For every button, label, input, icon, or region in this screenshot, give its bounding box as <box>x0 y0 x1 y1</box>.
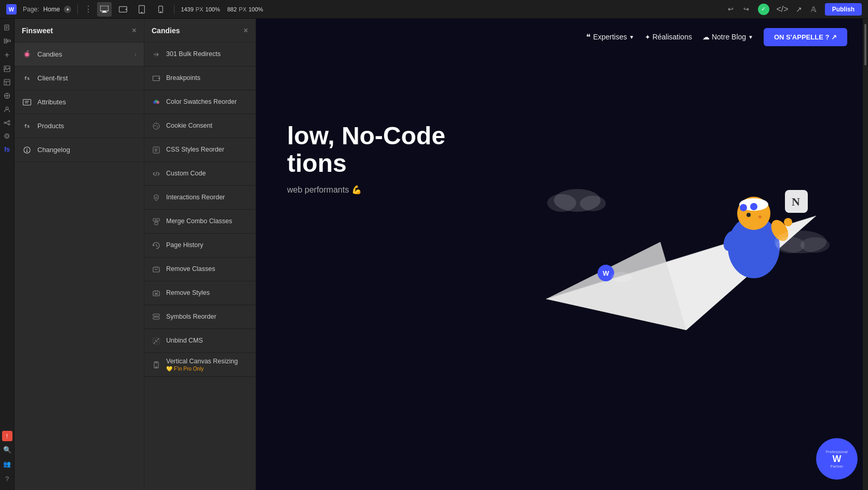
candy-vertical-canvas[interactable]: Vertical Canvas Resizing 💛 F'in Pro Only <box>144 353 255 377</box>
color-swatches-label: Color Swatches Reorder <box>166 98 248 106</box>
error-indicator[interactable]: ! <box>2 431 12 441</box>
svg-point-19 <box>5 66 6 67</box>
color-swatches-icon <box>152 98 161 107</box>
main-layout: + ⚙ fs ! 🔍 👥 ? Finsweet × <box>0 19 868 490</box>
nav-cta-button[interactable]: ON S'APPELLE ? ↗ <box>764 28 847 46</box>
sidebar-item-logic[interactable] <box>1 116 13 129</box>
panel-item-attributes[interactable]: Attributes <box>15 90 144 114</box>
custom-code-icon <box>152 169 161 179</box>
panel-item-changelog[interactable]: Changelog <box>15 138 144 162</box>
css-styles-icon <box>152 145 161 155</box>
share-button[interactable]: ↗ <box>796 5 802 13</box>
sidebar-item-pages[interactable] <box>1 22 13 34</box>
svg-rect-57 <box>155 222 158 225</box>
topbar-separator <box>77 5 78 14</box>
interactions-icon <box>152 193 161 202</box>
sidebar-item-assets[interactable] <box>1 62 13 75</box>
bulk-redirects-label: 301 Bulk Redirects <box>166 50 248 58</box>
candy-symbols-reorder[interactable]: Symbols Reorder <box>144 305 255 329</box>
sidebar-item-settings[interactable]: ⚙ <box>1 130 13 142</box>
pro-only-badge: 💛 F'in Pro Only <box>166 365 248 372</box>
candy-merge-combo[interactable]: Merge Combo Classes <box>144 210 255 234</box>
sidebar-item-apps[interactable]: fs <box>1 143 13 156</box>
svg-point-39 <box>26 151 27 151</box>
mobile-button[interactable] <box>153 2 168 17</box>
candy-custom-code[interactable]: Custom Code <box>144 162 255 186</box>
code-view-button[interactable]: </> <box>774 4 792 15</box>
site-illustration: N W <box>505 50 868 351</box>
candy-breakpoints[interactable]: Breakpoints <box>144 66 255 90</box>
site-preview: ❝ Expertises ▼ ✦ Réalisations ☁ Notre Bl… <box>256 19 868 490</box>
publish-button[interactable]: Publish <box>825 3 862 16</box>
svg-point-47 <box>156 124 157 125</box>
candies-panel-header: Candies × <box>144 19 255 43</box>
finsweet-panel-header: Finsweet × <box>15 19 144 43</box>
nav-realisations: ✦ Réalisations <box>645 33 692 41</box>
hero-subtitle: web performants 💪 <box>287 185 445 195</box>
candies-close-button[interactable]: × <box>243 26 248 35</box>
candy-color-swatches[interactable]: Color Swatches Reorder <box>144 90 255 114</box>
tablet-portrait-button[interactable] <box>134 2 149 17</box>
svg-rect-15 <box>8 40 10 42</box>
candies-icon <box>22 49 32 60</box>
svg-point-94 <box>776 237 805 253</box>
finsweet-panel-title: Finsweet <box>22 26 53 35</box>
attributes-icon <box>22 97 32 107</box>
search-button[interactable]: 🔍 <box>1 443 13 456</box>
redo-button[interactable]: ↪ <box>739 2 754 17</box>
interactions-label: Interactions Reorder <box>166 193 248 201</box>
canvas-scrollbar[interactable] <box>863 19 868 490</box>
candy-cookie-consent[interactable]: Cookie Consent <box>144 114 255 138</box>
nav-blog: ☁ Notre Blog ▼ <box>702 33 753 41</box>
topbar-separator-2 <box>174 5 174 14</box>
hero-title: low, No-Code tions <box>287 122 445 178</box>
panel-item-candies[interactable]: Candies › <box>15 43 144 66</box>
sidebar-item-add[interactable]: + <box>1 49 13 61</box>
candy-interactions[interactable]: Interactions Reorder <box>144 186 255 210</box>
vertical-canvas-label: Vertical Canvas Resizing 💛 F'in Pro Only <box>166 357 248 372</box>
svg-point-48 <box>157 126 158 127</box>
svg-rect-13 <box>4 39 7 40</box>
finsweet-close-button[interactable]: × <box>132 26 137 35</box>
undo-button[interactable]: ↩ <box>724 2 738 17</box>
client-first-label: Client-first <box>37 74 137 82</box>
width-display: 1439 PX 100% <box>181 6 220 12</box>
panel-item-client-first[interactable]: fs Client-first <box>15 66 144 90</box>
candy-page-history[interactable]: Page History <box>144 234 255 257</box>
sidebar-item-navigator[interactable] <box>1 35 13 48</box>
svg-point-26 <box>6 107 8 110</box>
svg-point-100 <box>611 272 632 282</box>
svg-point-33 <box>25 52 29 56</box>
webflow-partner-badge: Professional W Partner <box>816 438 858 480</box>
navigator-icon <box>4 38 11 45</box>
desktop-view-button[interactable] <box>97 2 112 17</box>
team-button[interactable]: 👥 <box>1 458 13 470</box>
sidebar-item-users[interactable] <box>1 103 13 115</box>
svg-rect-2 <box>102 12 107 12</box>
icon-sidebar: + ⚙ fs ! 🔍 👥 ? <box>0 19 15 490</box>
panel-item-products[interactable]: fs Products <box>15 114 144 138</box>
candy-remove-classes[interactable]: Remove Classes <box>144 257 255 281</box>
symbols-reorder-label: Symbols Reorder <box>166 312 248 321</box>
candy-unbind-cms[interactable]: Unbind CMS <box>144 329 255 353</box>
merge-combo-icon <box>152 217 161 226</box>
canvas-area[interactable]: ❝ Expertises ▼ ✦ Réalisations ☁ Notre Bl… <box>256 19 868 490</box>
candy-css-styles[interactable]: CSS Styles Reorder <box>144 138 255 162</box>
remove-styles-icon <box>152 289 161 298</box>
sidebar-item-ecom[interactable] <box>1 89 13 102</box>
svg-rect-74 <box>154 362 158 368</box>
sidebar-bottom: ! 🔍 👥 ? <box>1 431 13 487</box>
svg-rect-14 <box>4 42 7 43</box>
tablet-landscape-button[interactable] <box>116 2 130 17</box>
svg-point-95 <box>801 237 830 253</box>
more-options-button[interactable]: ⋮ <box>84 4 93 14</box>
merge-combo-label: Merge Combo Classes <box>166 217 248 225</box>
help-button[interactable]: ? <box>1 472 13 485</box>
vertical-canvas-icon <box>152 360 161 370</box>
changelog-icon <box>22 145 32 155</box>
candy-bulk-redirects[interactable]: 301 Bulk Redirects <box>144 43 255 66</box>
height-display: 882 PX 100% <box>227 6 263 12</box>
sidebar-item-cms[interactable] <box>1 76 13 88</box>
candy-remove-styles[interactable]: Remove Styles <box>144 281 255 305</box>
users-icon <box>4 106 10 113</box>
